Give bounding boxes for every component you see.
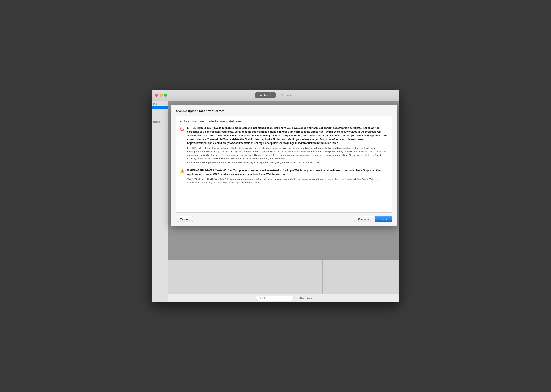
warning-content-1: WARNING ITMS-90573: "WatchKit 1.0. Your … — [187, 168, 388, 185]
archive-count: 20 archives — [299, 297, 312, 300]
modal-title: Archive upload failed with errors: — [176, 109, 392, 113]
footer-right: Previous Done — [354, 216, 392, 223]
main-window: Archives Crashes iOS Other Archive uploa… — [152, 90, 399, 302]
modal-subtitle: Archive upload failed due to the issues … — [180, 120, 388, 123]
close-button[interactable] — [155, 94, 158, 97]
sidebar-item-ios-3[interactable] — [152, 112, 168, 114]
warning-item-1: ⚠️ WARNING ITMS-90573: "WatchKit 1.0. Yo… — [180, 168, 388, 185]
modal-header: Archive upload failed with errors: — [171, 105, 397, 116]
tab-archives[interactable]: Archives — [255, 92, 276, 98]
sidebar-item-ios-2[interactable] — [152, 109, 168, 112]
sidebar: iOS Other — [152, 101, 168, 260]
error-bold-1: ERROR ITMS-90035: "Invalid Signature. Co… — [187, 126, 388, 145]
sidebar-item-ios-4[interactable] — [152, 114, 168, 117]
modal-backdrop: Archive upload failed with errors: Archi… — [168, 101, 399, 260]
done-button[interactable]: Done — [375, 216, 392, 223]
cancel-button[interactable]: Cancel — [176, 216, 193, 223]
dialog-area: Archive upload failed with errors: Archi… — [168, 101, 399, 260]
filter-icon: ⊕ — [259, 297, 261, 300]
previous-button[interactable]: Previous — [354, 216, 373, 223]
sidebar-section-ios: iOS — [152, 102, 168, 106]
bottom-bar: ⊕ Filter 20 archives — [168, 294, 399, 302]
error-icon-1: 🚫 — [180, 126, 185, 164]
error-item-1: 🚫 ERROR ITMS-90035: "Invalid Signature. … — [180, 126, 388, 164]
error-content-1: ERROR ITMS-90035: "Invalid Signature. Co… — [187, 126, 388, 164]
titlebar: Archives Crashes — [152, 90, 399, 101]
sidebar-item-ios-app[interactable] — [152, 106, 168, 109]
traffic-lights — [155, 94, 167, 97]
warning-bold-1: WARNING ITMS-90573: "WatchKit 1.0. Your … — [187, 168, 388, 176]
filter-input-container[interactable]: ⊕ Filter — [256, 296, 294, 301]
error-detail-1: ERROR ITMS-90035: "Invalid Signature. Co… — [187, 146, 388, 164]
modal-dialog: Archive upload failed with errors: Archi… — [171, 105, 397, 226]
tab-crashes[interactable]: Crashes — [276, 92, 296, 98]
maximize-button[interactable] — [164, 94, 167, 97]
modal-body: Archive upload failed due to the issues … — [176, 116, 392, 213]
warning-icon-1: ⚠️ — [180, 169, 185, 185]
modal-footer: Cancel Previous Done — [171, 213, 397, 226]
warning-detail-1: WARNING ITMS-90573: "WatchKit 1.0. Your … — [187, 177, 388, 185]
minimize-button[interactable] — [160, 94, 163, 97]
sidebar-divider — [152, 118, 168, 118]
split-view: iOS Other Archive upload failed with err… — [152, 101, 399, 260]
sidebar-section-other: Other — [152, 120, 168, 124]
filter-placeholder: Filter — [262, 297, 268, 300]
tab-group: Archives Crashes — [255, 92, 296, 98]
